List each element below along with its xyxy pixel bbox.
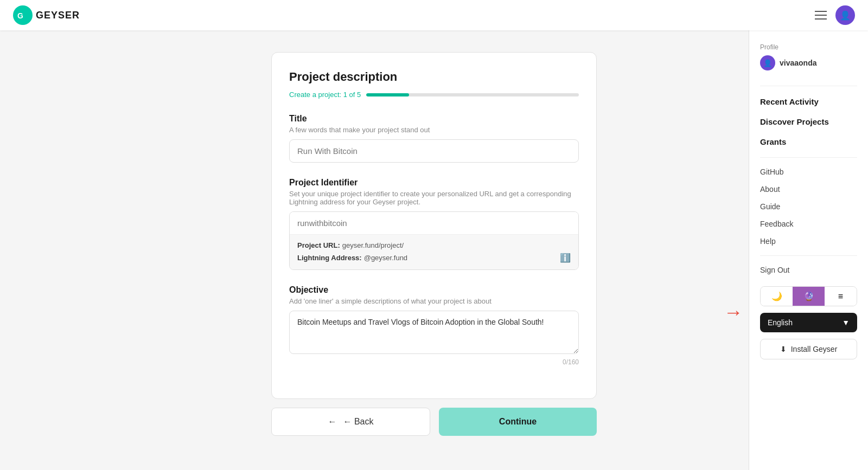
sidebar-item-discover-projects[interactable]: Discover Projects (760, 113, 857, 131)
url-label-text: Project URL: (297, 241, 340, 249)
menu-button[interactable] (813, 9, 829, 22)
sidebar-item-guide[interactable]: Guide (760, 199, 857, 214)
install-geyser-button[interactable]: ⬇ Install Geyser (760, 339, 857, 359)
lightning-value: @geyser.fund (364, 254, 407, 262)
sidebar-profile: 👤 vivaaonda (760, 55, 857, 70)
sidebar-avatar: 👤 (760, 55, 775, 70)
lightning-label-text: Lightning Address: (297, 254, 362, 262)
sidebar-item-feedback[interactable]: Feedback (760, 216, 857, 231)
char-count: 0/160 (289, 358, 579, 366)
progress-row: Create a project: 1 of 5 (289, 91, 579, 99)
geyser-logo-icon: G (13, 5, 33, 25)
title-hint: A few words that make your project stand… (289, 126, 579, 134)
sidebar-item-help[interactable]: Help (760, 234, 857, 249)
continue-button[interactable]: Continue (439, 408, 597, 436)
objective-section: Objective Add 'one liner' a simple descr… (289, 285, 579, 366)
sidebar: Profile 👤 vivaaonda Recent Activity Disc… (749, 30, 868, 470)
sidebar-item-grants[interactable]: Grants (760, 133, 857, 151)
project-form-card: Project description Create a project: 1 … (271, 52, 597, 399)
theme-list-button[interactable]: ≡ (825, 287, 857, 306)
sidebar-divider-3 (760, 255, 857, 256)
back-arrow-icon: ← (328, 417, 336, 427)
menu-line-1 (815, 11, 827, 12)
project-url-label: Project URL: (297, 241, 340, 249)
logo-text: GEYSER (36, 10, 80, 21)
lightning-address-row: Lightning Address: @geyser.fund ℹ️ (297, 253, 571, 263)
project-url-value: geyser.fund/project/ (342, 241, 404, 249)
red-arrow-indicator: → (724, 301, 743, 324)
language-chevron-icon: ▼ (842, 318, 850, 327)
lightning-label: Lightning Address: (297, 254, 362, 262)
identifier-section: Project Identifier Set your unique proje… (289, 178, 579, 270)
lightning-info-button[interactable]: ℹ️ (560, 253, 571, 263)
identifier-input-wrap: Project URL: geyser.fund/project/ Lightn… (289, 211, 579, 270)
back-label: ← Back (343, 417, 373, 427)
header-controls: 👤 (813, 5, 855, 25)
sidebar-item-github[interactable]: GitHub (760, 164, 857, 179)
main-layout: Project description Create a project: 1 … (0, 0, 868, 470)
continue-label: Continue (499, 417, 537, 426)
progress-label: Create a project: 1 of 5 (289, 91, 361, 99)
theme-switcher: 🌙 🔮 ≡ (760, 286, 857, 306)
action-row: ← ← Back Continue (271, 408, 597, 436)
title-label: Title (289, 114, 579, 124)
header: G GEYSER 👤 (0, 0, 868, 30)
sidebar-item-recent-activity[interactable]: Recent Activity (760, 93, 857, 111)
progress-bar-fill (366, 93, 409, 96)
sidebar-item-about[interactable]: About (760, 182, 857, 197)
logo[interactable]: G GEYSER (13, 5, 80, 25)
identifier-label: Project Identifier (289, 178, 579, 188)
sidebar-username: vivaaonda (780, 59, 816, 67)
theme-moon-button[interactable]: 🌙 (761, 287, 793, 306)
sidebar-divider-2 (760, 157, 857, 158)
objective-textarea[interactable]: Bitcoin Meetups and Travel Vlogs of Bitc… (289, 311, 579, 354)
objective-label: Objective (289, 285, 579, 295)
language-selector[interactable]: English ▼ (760, 313, 857, 332)
sidebar-item-sign-out[interactable]: Sign Out (760, 262, 857, 278)
form-title: Project description (289, 70, 579, 84)
install-icon: ⬇ (780, 345, 787, 353)
theme-purple-button[interactable]: 🔮 (793, 287, 825, 306)
language-label: English (768, 318, 793, 327)
objective-hint: Add 'one liner' a simple descriptions of… (289, 297, 579, 305)
avatar-icon: 👤 (840, 10, 851, 21)
title-input[interactable] (289, 139, 579, 163)
user-avatar-button[interactable]: 👤 (835, 5, 855, 25)
sidebar-profile-label: Profile (760, 43, 857, 51)
sidebar-divider-1 (760, 86, 857, 86)
progress-bar-background (366, 93, 579, 96)
menu-line-3 (815, 18, 827, 20)
project-url-row: Project URL: geyser.fund/project/ (297, 241, 571, 249)
identifier-input[interactable] (290, 212, 578, 234)
svg-text:G: G (17, 11, 23, 20)
install-label: Install Geyser (791, 345, 838, 353)
menu-line-2 (815, 15, 827, 16)
identifier-info-block: Project URL: geyser.fund/project/ Lightn… (290, 234, 578, 269)
back-button[interactable]: ← ← Back (271, 408, 430, 436)
identifier-hint: Set your unique project identifier to cr… (289, 190, 579, 206)
sidebar-avatar-icon: 👤 (763, 59, 772, 67)
content-area: Project description Create a project: 1 … (0, 30, 868, 470)
title-section: Title A few words that make your project… (289, 114, 579, 163)
